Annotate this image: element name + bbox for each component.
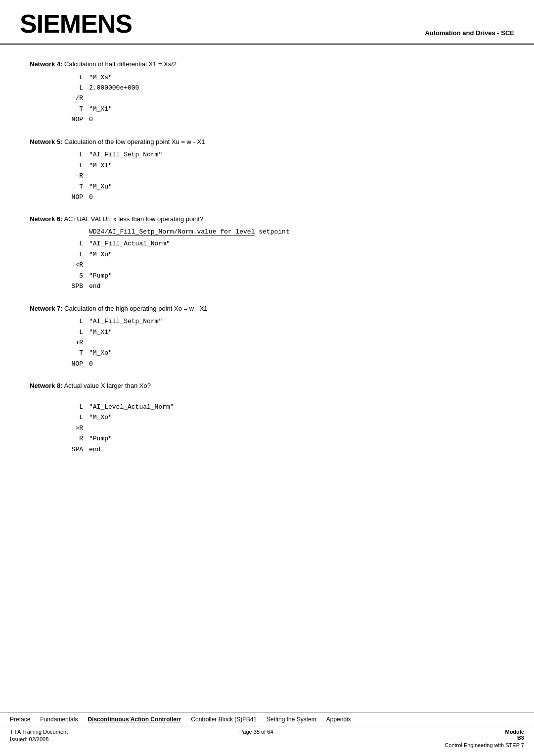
network-6-description: ACTUAL VALUE x less than low operating p… [64, 215, 203, 223]
code-line: NOP 0 [59, 359, 514, 369]
op: SPA [59, 444, 89, 455]
code-line: L "AI_Fill_Setp_Norm" [59, 149, 514, 160]
page-number: Page 35 of 64 [239, 729, 273, 735]
nav-item-preface[interactable]: Preface [10, 716, 30, 723]
nav-item-setting-system[interactable]: Setting the System [267, 716, 316, 723]
code-line: SPA end [59, 444, 514, 455]
op: /R [59, 93, 89, 103]
arg: "M_Xu" [89, 182, 112, 192]
code-line: L "AI_Level_Actual_Norm" [59, 402, 514, 412]
arg: "Pump" [89, 433, 112, 444]
op: SPB [59, 281, 89, 291]
op: L [59, 412, 89, 423]
op: NOP [59, 192, 89, 202]
arg: 0 [89, 114, 93, 125]
code-line: S "Pump" [59, 271, 514, 281]
op: L [59, 402, 89, 412]
op: L [59, 249, 89, 260]
network-8-label: Network 8: [30, 382, 62, 389]
op: L [59, 327, 89, 337]
code-line: SPB end [59, 281, 514, 291]
code-line: T "M_Xo" [59, 348, 514, 358]
siemens-logo: SIEMENS [20, 9, 132, 39]
arg: "M_X1" [89, 327, 112, 337]
arg: 0 [89, 192, 93, 202]
op: T [59, 104, 89, 114]
op: L [59, 149, 89, 160]
op: NOP [59, 114, 89, 125]
op: L [59, 83, 89, 93]
arg: "AI_Fill_Setp_Norm" [89, 316, 162, 327]
footer-right: ModuleB3 Control Engineering with STEP 7 [445, 729, 524, 748]
network-5-title: Network 5: Calculation of the low operat… [30, 137, 514, 147]
arg: "M_Xs" [89, 72, 112, 83]
arg: "AI_Level_Actual_Norm" [89, 402, 174, 412]
arg: 2.000000e+000 [89, 83, 139, 93]
network-8-code: L "AI_Level_Actual_Norm" L "M_Xo" >R R "… [59, 394, 514, 455]
code-line: NOP 0 [59, 114, 514, 125]
nav-item-appendix[interactable]: Appendix [326, 716, 351, 723]
code-line: +R [59, 337, 514, 348]
op: NOP [59, 359, 89, 369]
op: R [59, 433, 89, 444]
network-4-title: Network 4: Calculation of half different… [30, 59, 514, 69]
network-6-code: L "AI_Fill_Actual_Norm" L "M_Xu" <R S "P… [59, 238, 514, 291]
page-header: SIEMENS Automation and Drives - SCE [0, 0, 534, 45]
arg: end [89, 444, 100, 455]
op: T [59, 182, 89, 192]
module-label: ModuleB3 [445, 729, 524, 741]
network-6-comment-rest: setpoint [255, 228, 289, 236]
network-5-description: Calculation of the low operating point X… [64, 138, 205, 145]
network-5-block: Network 5: Calculation of the low operat… [30, 137, 514, 203]
main-content: Network 4: Calculation of half different… [0, 45, 534, 496]
code-line: L "AI_Fill_Setp_Norm" [59, 316, 514, 327]
issued-date: Issued: 02/2008 [10, 736, 68, 742]
network-7-title: Network 7: Calculation of the high opera… [30, 304, 514, 314]
code-line: <R [59, 260, 514, 270]
code-line: L 2.000000e+000 [59, 83, 514, 93]
code-line: L "M_Xu" [59, 249, 514, 260]
arg: 0 [89, 359, 93, 369]
network-6-block: Network 6: ACTUAL VALUE x less than low … [30, 214, 514, 291]
network-6-title: Network 6: ACTUAL VALUE x less than low … [30, 214, 514, 224]
op: -R [59, 171, 89, 181]
op: +R [59, 337, 89, 348]
network-6-underlined: WD24/AI_Fill_Setp_Norm/Norm.value for le… [89, 228, 255, 236]
op: >R [59, 423, 89, 433]
footer-info: T I A Training Document Issued: 02/2008 … [0, 726, 534, 751]
op: <R [59, 260, 89, 270]
nav-item-fundamentals[interactable]: Fundamentals [40, 716, 78, 723]
network-4-block: Network 4: Calculation of half different… [30, 59, 514, 125]
op: L [59, 72, 89, 83]
arg: "M_X1" [89, 104, 112, 114]
nav-item-discontinuous[interactable]: Discontinuous Action Controllerr [88, 716, 181, 723]
code-line: T "M_Xu" [59, 182, 514, 192]
code-line: -R [59, 171, 514, 181]
code-line: >R [59, 423, 514, 433]
code-line: /R [59, 93, 514, 103]
nav-item-controller-block[interactable]: Controller Block (S)FB41 [191, 716, 257, 723]
network-8-block: Network 8: Actual value X larger than Xo… [30, 381, 514, 455]
network-7-block: Network 7: Calculation of the high opera… [30, 304, 514, 370]
footer-nav: Preface Fundamentals Discontinuous Actio… [0, 712, 534, 726]
op: L [59, 160, 89, 171]
header-subtitle: Automation and Drives - SCE [425, 29, 514, 39]
arg: end [89, 281, 100, 291]
arg: "Pump" [89, 271, 112, 281]
network-5-code: L "AI_Fill_Setp_Norm" L "M_X1" -R T "M_X… [59, 149, 514, 202]
network-4-code: L "M_Xs" L 2.000000e+000 /R T "M_X1" NOP… [59, 72, 514, 125]
control-engineering-label: Control Engineering with STEP 7 [445, 742, 524, 748]
arg: "M_Xo" [89, 348, 112, 358]
arg: "M_Xo" [89, 412, 112, 423]
op: L [59, 316, 89, 327]
network-6-label: Network 6: [30, 215, 62, 223]
arg: "AI_Fill_Actual_Norm" [89, 238, 170, 249]
network-6-comment: WD24/AI_Fill_Setp_Norm/Norm.value for le… [89, 227, 514, 237]
footer-left: T I A Training Document Issued: 02/2008 [10, 729, 68, 742]
code-line: L "M_X1" [59, 160, 514, 171]
network-7-label: Network 7: [30, 305, 62, 312]
network-4-description: Calculation of half differential X1 = Xs… [64, 60, 177, 68]
network-4-label: Network 4: [30, 60, 62, 68]
network-8-title: Network 8: Actual value X larger than Xo… [30, 381, 514, 391]
code-line: L "AI_Fill_Actual_Norm" [59, 238, 514, 249]
